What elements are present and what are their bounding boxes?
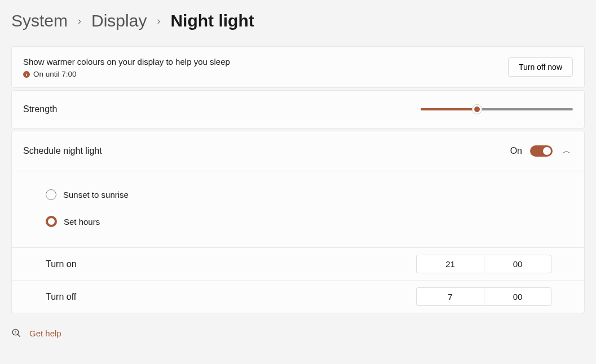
schedule-label: Schedule night light — [23, 146, 102, 156]
svg-text:?: ? — [15, 331, 17, 334]
night-light-status-card: Show warmer colours on your display to h… — [11, 46, 585, 88]
breadcrumb-current: Night light — [170, 11, 254, 30]
svg-line-1 — [17, 334, 20, 337]
radio-row-sunset[interactable]: Sunset to sunrise — [46, 181, 573, 208]
strength-slider[interactable] — [421, 104, 573, 114]
turn-on-label: Turn on — [46, 259, 77, 269]
turn-on-minute[interactable]: 00 — [484, 255, 551, 273]
strength-label: Strength — [23, 104, 57, 114]
breadcrumb-system[interactable]: System — [11, 11, 68, 30]
night-light-status: On until 7:00 — [33, 70, 77, 78]
radio-set-hours[interactable] — [46, 216, 57, 227]
schedule-radio-group: Sunset to sunrise Set hours — [12, 171, 584, 247]
turn-on-row: Turn on 21 00 — [12, 248, 584, 280]
chevron-up-icon[interactable]: ︿ — [560, 144, 573, 158]
strength-card: Strength — [11, 90, 585, 128]
get-help-row: ? Get help — [11, 316, 585, 338]
radio-sunset[interactable] — [46, 189, 56, 200]
chevron-right-icon: › — [157, 15, 160, 27]
night-light-description: Show warmer colours on your display to h… — [23, 56, 230, 68]
info-icon: i — [23, 71, 30, 78]
schedule-card: Schedule night light On ︿ Sunset to sunr… — [11, 131, 585, 313]
get-help-link[interactable]: Get help — [29, 329, 61, 338]
radio-row-set-hours[interactable]: Set hours — [46, 208, 573, 235]
breadcrumb-display[interactable]: Display — [91, 11, 147, 30]
turn-on-hour[interactable]: 21 — [416, 255, 484, 273]
turn-off-label: Turn off — [46, 292, 76, 302]
help-icon: ? — [11, 328, 21, 338]
turn-off-minute[interactable]: 00 — [484, 287, 551, 306]
schedule-toggle[interactable] — [530, 145, 553, 157]
slider-thumb[interactable] — [472, 104, 482, 114]
schedule-toggle-label: On — [510, 146, 522, 156]
radio-set-hours-label: Set hours — [64, 217, 100, 227]
chevron-right-icon: › — [78, 15, 81, 27]
turn-off-now-button[interactable]: Turn off now — [508, 57, 573, 77]
turn-off-hour[interactable]: 7 — [416, 287, 484, 306]
radio-sunset-label: Sunset to sunrise — [63, 190, 129, 199]
turn-off-row: Turn off 7 00 — [12, 280, 584, 313]
breadcrumb: System › Display › Night light — [11, 11, 585, 30]
